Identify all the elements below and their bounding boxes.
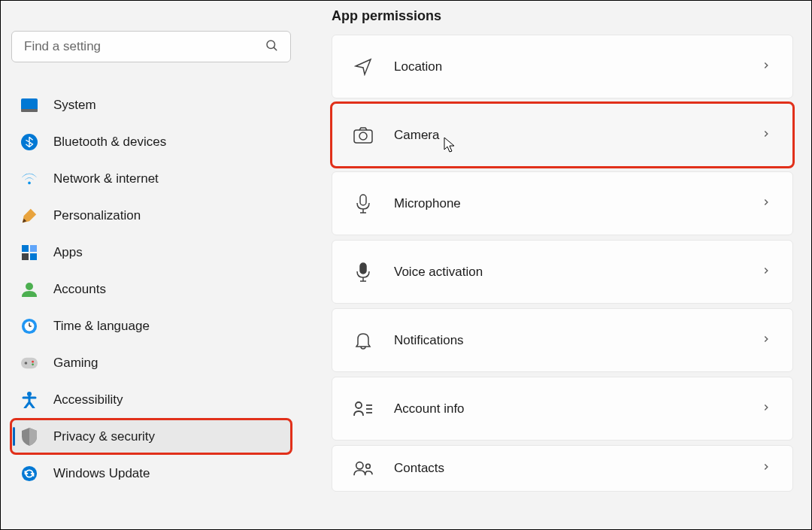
gaming-icon: [20, 354, 38, 372]
chevron-right-icon: [761, 197, 771, 210]
permission-label: Contacts: [394, 461, 740, 476]
sidebar-item-label: System: [53, 98, 96, 113]
sidebar-item-personalization[interactable]: Personalization: [11, 198, 291, 232]
voice-icon: [353, 262, 373, 282]
sidebar-item-system[interactable]: System: [11, 88, 291, 122]
svg-point-20: [22, 465, 37, 480]
chevron-right-icon: [761, 462, 771, 475]
svg-rect-9: [30, 253, 37, 260]
svg-rect-15: [21, 357, 38, 368]
system-icon: [20, 96, 38, 114]
svg-rect-24: [360, 263, 366, 274]
permission-item-location[interactable]: Location: [332, 35, 793, 98]
svg-rect-23: [360, 195, 366, 205]
permission-label: Voice activation: [394, 265, 740, 280]
svg-rect-2: [21, 98, 38, 111]
sidebar-item-network[interactable]: Network & internet: [11, 162, 291, 195]
svg-point-10: [26, 283, 33, 290]
search-box[interactable]: [11, 31, 291, 62]
svg-point-30: [366, 464, 371, 468]
sidebar-item-label: Bluetooth & devices: [53, 135, 166, 150]
sidebar-item-label: Personalization: [53, 208, 141, 223]
permission-label: Camera: [394, 128, 740, 143]
sidebar-item-label: Gaming: [53, 356, 98, 371]
permission-item-camera[interactable]: Camera: [332, 103, 793, 167]
svg-rect-8: [22, 253, 29, 260]
network-icon: [20, 170, 38, 188]
microphone-icon: [353, 194, 373, 214]
sidebar-item-label: Accessibility: [53, 392, 123, 407]
sidebar: System Bluetooth & devices Network & int…: [1, 1, 301, 529]
svg-point-16: [25, 362, 28, 365]
sidebar-item-label: Time & language: [53, 319, 150, 334]
permission-label: Location: [394, 59, 740, 74]
svg-point-5: [28, 181, 31, 184]
contacts-icon: [353, 459, 373, 478]
svg-point-25: [356, 402, 362, 408]
chevron-right-icon: [761, 402, 771, 416]
sidebar-item-accessibility[interactable]: Accessibility: [11, 383, 291, 416]
svg-point-22: [359, 132, 367, 140]
notifications-icon: [353, 331, 373, 350]
svg-rect-7: [30, 245, 37, 252]
sidebar-item-update[interactable]: Windows Update: [11, 456, 291, 490]
sidebar-item-label: Network & internet: [53, 171, 159, 186]
shield-icon: [20, 428, 38, 446]
sidebar-item-time[interactable]: Time & language: [11, 309, 291, 343]
sidebar-item-label: Apps: [53, 245, 83, 260]
permission-item-microphone[interactable]: Microphone: [332, 171, 793, 235]
svg-point-18: [32, 363, 34, 365]
account-info-icon: [353, 399, 373, 419]
permission-label: Microphone: [394, 196, 740, 211]
bluetooth-icon: [20, 133, 38, 151]
svg-point-29: [356, 462, 363, 469]
main-content: App permissions Location Camera: [301, 1, 811, 529]
chevron-right-icon: [761, 265, 771, 279]
permission-item-voice[interactable]: Voice activation: [332, 240, 793, 304]
sidebar-item-apps[interactable]: Apps: [11, 235, 291, 269]
camera-icon: [353, 126, 373, 145]
sidebar-item-label: Accounts: [53, 282, 106, 297]
sidebar-item-privacy[interactable]: Privacy & security: [11, 419, 291, 453]
sidebar-item-gaming[interactable]: Gaming: [11, 346, 291, 380]
svg-rect-3: [21, 109, 38, 112]
permissions-list: Location Camera Microphone: [332, 35, 793, 492]
apps-icon: [20, 244, 38, 262]
sidebar-item-bluetooth[interactable]: Bluetooth & devices: [11, 125, 291, 159]
page-heading: App permissions: [332, 8, 793, 24]
location-icon: [353, 57, 373, 77]
sidebar-item-label: Privacy & security: [53, 429, 155, 444]
svg-point-17: [32, 360, 34, 362]
permission-item-contacts[interactable]: Contacts: [332, 445, 793, 492]
sidebar-item-label: Windows Update: [53, 466, 150, 481]
nav-list: System Bluetooth & devices Network & int…: [11, 88, 291, 490]
permission-label: Notifications: [394, 333, 740, 348]
permission-label: Account info: [394, 401, 740, 416]
search-input[interactable]: [24, 39, 265, 54]
accessibility-icon: [20, 391, 38, 409]
permission-item-notifications[interactable]: Notifications: [332, 308, 793, 372]
time-icon: [20, 317, 38, 335]
svg-rect-6: [22, 245, 29, 252]
update-icon: [20, 465, 38, 483]
permission-item-account-info[interactable]: Account info: [332, 377, 793, 441]
svg-line-1: [274, 47, 276, 50]
accounts-icon: [20, 280, 38, 298]
sidebar-item-accounts[interactable]: Accounts: [11, 272, 291, 306]
search-icon: [265, 38, 278, 55]
chevron-right-icon: [761, 334, 771, 347]
personalization-icon: [20, 207, 38, 225]
chevron-right-icon: [761, 60, 771, 74]
chevron-right-icon: [761, 129, 771, 142]
